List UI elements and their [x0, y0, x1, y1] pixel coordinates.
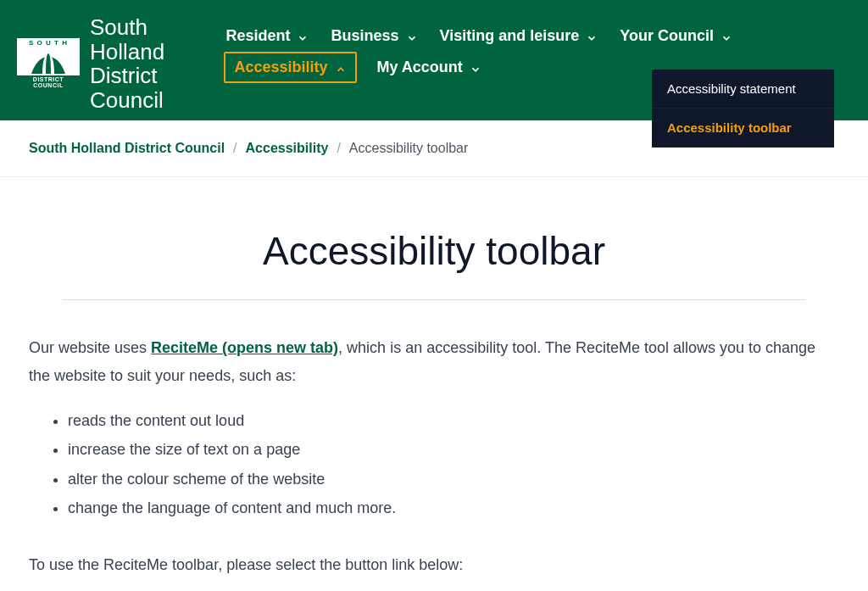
list-item: increase the size of text on a page: [68, 435, 839, 464]
nav-business[interactable]: Business: [329, 24, 419, 48]
breadcrumb-home[interactable]: South Holland District Council: [29, 141, 225, 156]
chevron-down-icon: [470, 62, 481, 74]
instruction-text: To use the ReciteMe toolbar, please sele…: [29, 556, 839, 574]
logo-block[interactable]: S O U T H DISTRICT COUNCIL South Holland…: [17, 15, 205, 112]
council-logo: S O U T H DISTRICT COUNCIL: [17, 38, 80, 89]
breadcrumb-section[interactable]: Accessibility: [246, 141, 329, 156]
accessibility-dropdown: Accessibility statement Accessibility to…: [652, 70, 834, 148]
chevron-down-icon: [586, 31, 598, 42]
chevron-down-icon: [406, 31, 418, 42]
nav-visiting-leisure[interactable]: Visiting and leisure: [438, 24, 600, 48]
nav-your-council[interactable]: Your Council: [618, 24, 734, 48]
dropdown-item-statement[interactable]: Accessibility statement: [652, 70, 834, 109]
breadcrumb-separator: /: [233, 141, 236, 156]
site-header: S O U T H DISTRICT COUNCIL South Holland…: [0, 0, 868, 120]
list-item: change the language of content and much …: [68, 493, 839, 522]
chevron-down-icon: [297, 31, 309, 42]
nav-my-account[interactable]: My Account: [376, 55, 483, 80]
reciteme-link[interactable]: ReciteMe (opens new tab): [151, 339, 338, 356]
chevron-down-icon: [721, 31, 732, 42]
title-divider: [63, 299, 805, 300]
main-content: Accessibility toolbar Our website uses R…: [0, 228, 868, 591]
intro-paragraph: Our website uses ReciteMe (opens new tab…: [29, 334, 839, 389]
list-item: reads the content out loud: [68, 406, 839, 435]
breadcrumb-separator: /: [337, 141, 340, 156]
nav-accessibility[interactable]: Accessibility: [224, 52, 356, 83]
page-title: Accessibility toolbar: [29, 228, 839, 274]
dropdown-item-toolbar[interactable]: Accessibility toolbar: [652, 109, 834, 148]
chevron-up-icon: [335, 62, 347, 74]
list-item: alter the colour scheme of the website: [68, 465, 839, 493]
site-name: South Holland District Council: [90, 15, 205, 112]
nav-resident[interactable]: Resident: [224, 24, 310, 48]
features-list: reads the content out loud increase the …: [68, 406, 839, 522]
breadcrumb-current: Accessibility toolbar: [349, 141, 469, 156]
